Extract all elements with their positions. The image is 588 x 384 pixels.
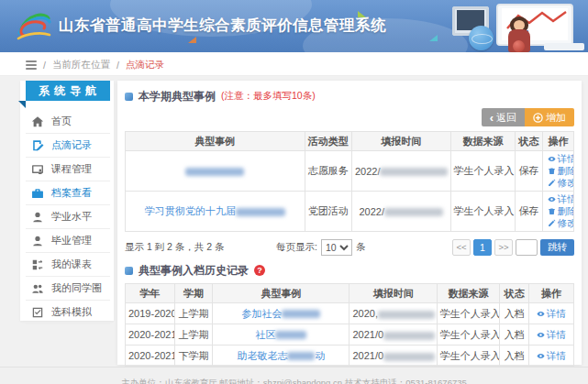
header-illustration xyxy=(449,0,588,52)
breadcrumb-bar: / 当前所在位置 / 点滴记录 xyxy=(0,52,588,76)
redacted-text xyxy=(383,332,435,340)
add-button[interactable]: 增加 xyxy=(525,108,574,126)
page: 山东省普通高中学生综合素质评价信息管理系统 xyxy=(0,0,588,384)
report-date-cell: 2021/0 xyxy=(349,346,437,367)
date-text: 2022/ xyxy=(355,166,381,177)
column-header: 填报时间 xyxy=(351,132,450,151)
jump-page-input[interactable] xyxy=(516,239,538,256)
detail-link[interactable]: 详情 xyxy=(548,153,571,165)
redacted-text xyxy=(378,311,435,319)
person-illustration xyxy=(504,16,535,52)
per-page-control: 每页显示: 10 条 xyxy=(276,239,365,256)
toolbar: ‹ 返回 增加 xyxy=(125,108,574,126)
redacted-text xyxy=(380,168,448,176)
data-source-cell: 学生个人录入 xyxy=(437,324,499,346)
report-date-cell: 2020, xyxy=(349,303,437,324)
table-row: 学习贯彻党的十九届 党团活动 2022/ 学生个人录入 保存 详情 删除 修改 xyxy=(126,192,574,232)
person-icon xyxy=(31,211,44,224)
year-cell: 2020-2021 xyxy=(126,324,175,346)
column-header: 学年 xyxy=(126,284,175,303)
column-header: 状态 xyxy=(500,284,529,303)
edit-link[interactable]: 修改 xyxy=(548,177,571,189)
globe-icon xyxy=(469,26,494,50)
redacted-text xyxy=(236,208,285,216)
data-source-cell: 学生个人录入 xyxy=(450,192,516,232)
paper-plane-icon xyxy=(358,11,366,17)
column-header: 数据来源 xyxy=(450,132,516,151)
detail-label: 详情 xyxy=(547,308,566,320)
current-term-cases-table: 典型事例 活动类型 填报时间 数据来源 状态 操作 志愿服务 2022/ 学生个… xyxy=(125,131,574,232)
section1-title: 本学期典型事例 xyxy=(139,89,216,104)
term-cell: 上学期 xyxy=(174,303,213,324)
back-button[interactable]: ‹ 返回 xyxy=(482,108,525,126)
column-header: 填报时间 xyxy=(349,284,437,303)
page-footer: 主办单位：山东省教育厅 邮箱地址：shzpj@shandong.cn 技术支持电… xyxy=(0,367,588,384)
breadcrumb: / 当前所在位置 / 点滴记录 xyxy=(26,59,164,71)
column-header: 数据来源 xyxy=(437,284,499,303)
detail-link[interactable]: 详情 xyxy=(532,350,571,362)
sidebar-item-timetable[interactable]: 我的课表 xyxy=(26,253,110,277)
sidebar-item-classmates[interactable]: 我的同学圈 xyxy=(26,277,110,301)
column-header: 操作 xyxy=(542,132,573,151)
case-link[interactable]: 参加社会 xyxy=(241,308,320,319)
activity-type-cell: 志愿服务 xyxy=(305,151,351,192)
case-link[interactable]: 助老敬老志动 xyxy=(237,350,325,361)
jump-button[interactable]: 跳转 xyxy=(540,239,574,256)
breadcrumb-separator: / xyxy=(116,60,119,71)
app-logo xyxy=(15,7,53,44)
back-chevron-icon: ‹ xyxy=(490,112,494,124)
prev-page-button[interactable]: << xyxy=(452,239,471,256)
case-link[interactable]: 学习贯彻党的十九届 xyxy=(145,205,285,216)
date-text: 2022/ xyxy=(359,206,384,217)
sidebar-title: 系统导航 xyxy=(26,81,110,101)
table-header-row: 学年 学期 典型事例 填报时间 数据来源 状态 操作 xyxy=(126,284,574,303)
case-text: 社区 xyxy=(255,329,275,340)
detail-link[interactable]: 详情 xyxy=(548,193,571,205)
edit-label: 修改 xyxy=(558,217,574,229)
pagination-summary: 显示 1 到 2 条，共 2 条 xyxy=(125,241,276,254)
case-link[interactable] xyxy=(185,166,244,177)
delete-link[interactable]: 删除 xyxy=(548,205,571,217)
sidebar-item-academic-level[interactable]: 学业水平 xyxy=(26,205,110,229)
date-text: 2021/0 xyxy=(352,350,383,361)
section-bullet-icon xyxy=(125,93,133,101)
sidebar-item-subject-simulation[interactable]: 选科模拟 xyxy=(26,301,110,324)
case-link[interactable]: 社区 xyxy=(255,329,306,340)
detail-link[interactable]: 详情 xyxy=(532,308,571,320)
detail-label: 详情 xyxy=(558,193,574,205)
column-header: 学期 xyxy=(174,284,213,303)
section1-header: 本学期典型事例 (注意：最多填写10条) xyxy=(125,88,574,104)
sidebar-item-archive[interactable]: 档案查看 xyxy=(26,181,110,205)
current-page-button[interactable]: 1 xyxy=(473,239,492,256)
edit-link[interactable]: 修改 xyxy=(548,217,571,229)
sidebar-item-courses[interactable]: 课程管理 xyxy=(26,158,110,181)
course-board-icon xyxy=(31,163,44,176)
term-cell: 下学期 xyxy=(174,346,213,367)
sidebar-item-label: 档案查看 xyxy=(51,186,92,200)
actions-cell: 详情 删除 修改 xyxy=(542,192,573,232)
sidebar-item-label: 首页 xyxy=(51,115,72,128)
edit-label: 修改 xyxy=(558,177,574,189)
ribbon-fold xyxy=(18,101,26,108)
table-row: 2020-2021 下学期 助老敬老志动 2021/0 学生个人录入 入档 详情 xyxy=(126,346,574,367)
back-button-label: 返回 xyxy=(496,111,516,125)
report-date-cell: 2022/ xyxy=(351,192,450,232)
date-text: 2020, xyxy=(352,308,378,319)
per-page-select[interactable]: 10 xyxy=(321,239,352,256)
next-page-button[interactable]: >> xyxy=(494,239,513,256)
data-source-cell: 学生个人录入 xyxy=(437,346,499,367)
redacted-text xyxy=(282,310,320,318)
hamburger-icon[interactable] xyxy=(26,59,37,71)
help-icon[interactable]: ? xyxy=(254,265,265,276)
section1-note: (注意：最多填写10条) xyxy=(221,90,316,103)
sidebar-item-label: 我的同学圈 xyxy=(51,281,102,295)
status-cell: 入档 xyxy=(500,303,529,324)
delete-link[interactable]: 删除 xyxy=(548,165,571,177)
sidebar-item-records[interactable]: 点滴记录 xyxy=(26,134,110,158)
column-header: 活动类型 xyxy=(305,132,351,151)
sidebar-item-graduation[interactable]: 毕业管理 xyxy=(26,229,110,253)
redacted-text xyxy=(287,352,315,360)
detail-link[interactable]: 详情 xyxy=(532,329,571,341)
pencil-icon xyxy=(548,219,556,227)
sidebar-item-home[interactable]: 首页 xyxy=(26,110,110,134)
